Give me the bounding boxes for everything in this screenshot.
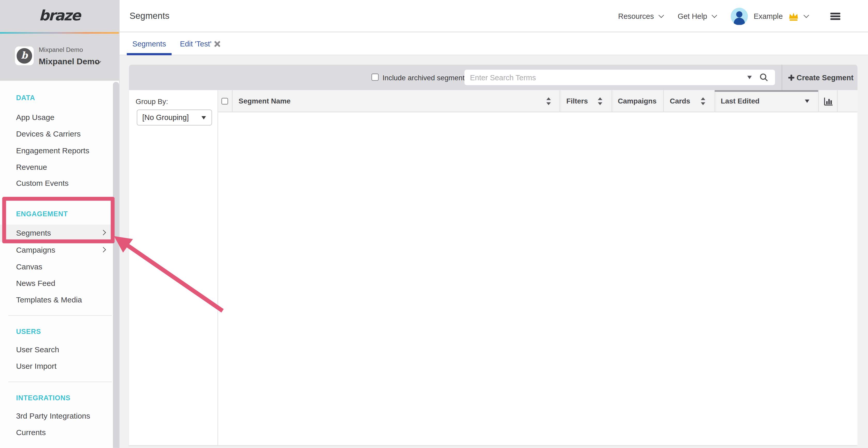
user-avatar[interactable]	[731, 7, 748, 25]
annotation-highlight-box	[2, 197, 115, 243]
tab-bar: Segments Edit 'Test'	[120, 33, 868, 55]
get-help-menu[interactable]: Get Help	[678, 12, 707, 20]
logo-block: braze	[0, 0, 119, 32]
section-title-integrations: INTEGRATIONS	[16, 394, 104, 402]
search-box	[464, 70, 775, 85]
column-divider	[612, 90, 612, 112]
group-by-value: [No Grouping]	[142, 113, 189, 122]
tab-segments[interactable]: Segments	[127, 33, 172, 55]
sidebar-item-devices-carriers[interactable]: Devices & Carriers	[0, 126, 113, 142]
workspace-logo-icon: b	[17, 48, 32, 64]
column-header-last-edited[interactable]: Last Edited	[721, 90, 760, 112]
sidebar-item-canvas[interactable]: Canvas	[0, 258, 113, 275]
top-header: Segments Resources Get Help Example	[120, 0, 868, 32]
tab-edit-test[interactable]: Edit 'Test'	[180, 33, 211, 55]
sort-icon[interactable]	[547, 97, 551, 105]
annotation-arrow	[111, 230, 232, 318]
create-segment-button[interactable]: Create Segment	[788, 65, 853, 90]
column-divider	[232, 90, 232, 112]
workspace-avatar: b	[15, 46, 34, 65]
section-title-data: DATA	[16, 94, 104, 102]
sidebar-item-app-usage[interactable]: App Usage	[0, 109, 113, 126]
sort-icon[interactable]	[701, 97, 706, 105]
bar-chart-icon[interactable]	[824, 97, 833, 106]
include-archived-checkbox[interactable]	[371, 74, 379, 81]
active-tab-underline	[127, 53, 172, 56]
sidebar-item-campaigns[interactable]: Campaigns	[0, 242, 113, 258]
sidebar-item-revenue[interactable]: Revenue	[0, 159, 113, 175]
column-divider	[818, 90, 819, 112]
sidebar-item-custom-events[interactable]: Custom Events	[0, 175, 113, 191]
hamburger-menu-icon[interactable]	[830, 12, 840, 20]
column-divider	[663, 90, 664, 112]
column-divider	[715, 90, 715, 112]
workspace-label: Mixpanel Demo	[39, 46, 83, 53]
column-dropdown-caret-icon[interactable]	[805, 100, 809, 103]
search-options-caret-icon[interactable]	[747, 76, 752, 79]
braze-logo[interactable]: braze	[39, 7, 80, 24]
chevron-down-icon	[803, 12, 809, 18]
sidebar-item-user-import[interactable]: User Import	[0, 358, 113, 374]
select-all-checkbox[interactable]	[221, 98, 228, 105]
workspace-name: Mixpanel Demo	[39, 57, 100, 66]
column-header-cards[interactable]: Cards	[670, 90, 690, 112]
braze-app: braze b Mixpanel Demo Mixpanel Demo DATA…	[0, 0, 868, 448]
sort-icon[interactable]	[598, 97, 603, 105]
header-right-nav: Resources Get Help Example	[618, 0, 840, 32]
workspace-selector[interactable]: b Mixpanel Demo Mixpanel Demo	[0, 34, 119, 81]
search-input[interactable]	[464, 70, 741, 85]
sidebar-item-user-search[interactable]: User Search	[0, 341, 113, 358]
section-title-users: USERS	[16, 328, 104, 336]
sidebar-item-label: Campaigns	[16, 245, 55, 254]
user-name[interactable]: Example	[753, 12, 783, 20]
sidebar-item-3rd-party-integrations[interactable]: 3rd Party Integrations	[0, 408, 113, 424]
divider	[8, 315, 112, 316]
column-header-filters[interactable]: Filters	[566, 90, 588, 112]
column-divider	[837, 90, 838, 112]
close-icon[interactable]	[214, 41, 220, 47]
crown-icon	[788, 11, 799, 21]
create-segment-label: Create Segment	[797, 73, 854, 81]
plus-icon	[788, 74, 795, 80]
divider	[8, 382, 112, 382]
column-header-segment-name[interactable]: Segment Name	[239, 90, 291, 112]
sidebar-item-engagement-reports[interactable]: Engagement Reports	[0, 142, 113, 159]
sidebar-item-currents[interactable]: Currents	[0, 424, 113, 441]
table-header: Segment Name Filters Campaigns Cards Las…	[218, 90, 858, 112]
group-by-dropdown[interactable]: [No Grouping]	[137, 109, 212, 126]
sidebar-nav: DATA App Usage Devices & Carriers Engage…	[0, 81, 119, 448]
chevron-down-icon	[658, 12, 664, 18]
chevron-right-icon	[100, 247, 106, 252]
column-divider	[560, 90, 560, 112]
segments-table: Segment Name Filters Campaigns Cards Las…	[218, 90, 858, 446]
sidebar-item-news-feed[interactable]: News Feed	[0, 275, 113, 291]
page-title: Segments	[129, 11, 169, 21]
divider	[782, 65, 782, 90]
search-icon[interactable]	[760, 73, 768, 82]
include-archived-label[interactable]: Include archived segments	[382, 74, 468, 82]
chevron-down-icon	[712, 12, 717, 18]
dropdown-caret-icon	[202, 116, 206, 119]
segments-toolbar: Include archived segments Create Segment	[129, 65, 858, 90]
resources-menu[interactable]: Resources	[618, 12, 654, 20]
sidebar-item-templates-media[interactable]: Templates & Media	[0, 291, 113, 308]
column-header-campaigns[interactable]: Campaigns	[618, 90, 656, 112]
group-by-label: Group By:	[135, 97, 168, 106]
